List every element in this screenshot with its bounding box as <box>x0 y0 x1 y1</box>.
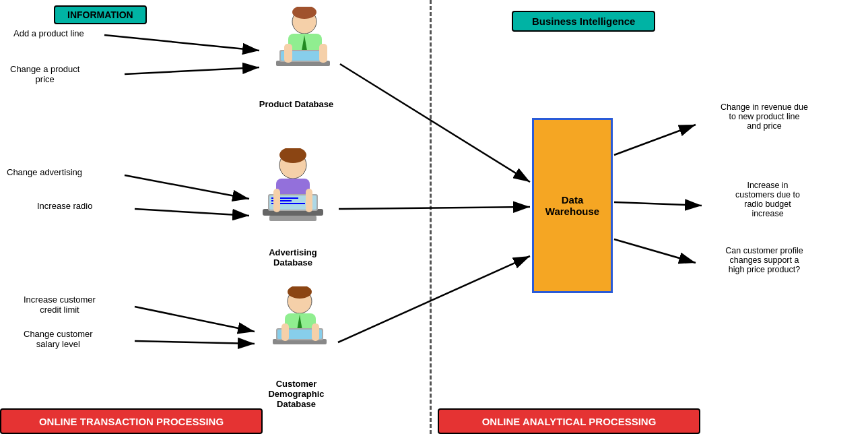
svg-line-39 <box>135 341 255 344</box>
svg-rect-28 <box>281 323 289 341</box>
svg-line-36 <box>135 209 249 216</box>
svg-rect-18 <box>269 216 316 221</box>
info-change-product: Change a productprice <box>10 64 79 84</box>
olap-label: ONLINE ANALYTICAL PROCESSING <box>482 416 657 427</box>
svg-line-37 <box>339 207 530 209</box>
svg-line-42 <box>614 202 702 206</box>
diagram-container: { "info_badge": "INFORMATION", "bi_badge… <box>0 0 868 434</box>
svg-line-32 <box>104 35 259 51</box>
svg-rect-7 <box>284 44 292 63</box>
svg-rect-20 <box>306 189 312 212</box>
advertising-person-icon <box>249 148 337 243</box>
output-profile: Can customer profilechanges support ahig… <box>697 246 832 274</box>
advertising-db-area: AdvertisingDatabase <box>249 148 337 268</box>
information-badge: INFORMATION <box>54 5 147 24</box>
svg-line-34 <box>340 64 530 182</box>
svg-line-40 <box>338 256 530 342</box>
product-person-icon <box>256 7 337 94</box>
oltp-banner: ONLINE TRANSACTION PROCESSING <box>0 408 263 434</box>
svg-rect-29 <box>312 323 319 341</box>
oltp-label: ONLINE TRANSACTION PROCESSING <box>39 416 224 427</box>
svg-line-38 <box>135 307 255 332</box>
output-revenue: Change in revenue dueto new product line… <box>697 102 832 131</box>
svg-line-43 <box>614 239 696 263</box>
product-db-area: Product Database <box>256 7 337 109</box>
info-change-advertising: Change advertising <box>7 167 82 177</box>
olap-banner: ONLINE ANALYTICAL PROCESSING <box>438 408 700 434</box>
svg-rect-19 <box>273 189 280 212</box>
svg-rect-8 <box>319 44 327 63</box>
customer-person-icon <box>256 286 337 374</box>
advertising-db-label: AdvertisingDatabase <box>249 247 337 268</box>
divider-line <box>430 0 432 434</box>
product-db-label: Product Database <box>256 99 337 109</box>
info-add-product: Add a product line <box>13 28 84 38</box>
info-change-salary: Change customersalary level <box>24 329 93 349</box>
svg-line-35 <box>125 175 249 199</box>
customer-db-label: CustomerDemographicDatabase <box>256 379 337 409</box>
output-customers: Increase incustomers due toradio budgeti… <box>704 181 832 218</box>
info-increase-credit: Increase customercredit limit <box>24 294 96 315</box>
svg-line-41 <box>614 125 696 155</box>
svg-line-33 <box>125 67 259 74</box>
dw-label: DataWarehouse <box>545 194 599 217</box>
data-warehouse-box: DataWarehouse <box>532 118 613 293</box>
bi-badge: Business Intelligence <box>512 11 655 32</box>
info-increase-radio: Increase radio <box>37 201 92 211</box>
customer-db-area: CustomerDemographicDatabase <box>256 286 337 409</box>
